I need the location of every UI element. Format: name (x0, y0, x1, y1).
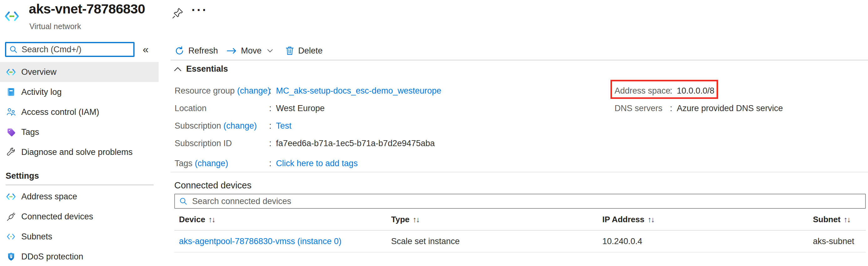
chevron-down-icon (267, 49, 273, 53)
tags-icon (6, 127, 16, 137)
sidebar-item-label: Connected devices (21, 212, 93, 221)
collapse-sidebar-button[interactable]: « (143, 43, 149, 55)
dns-servers-label: DNS servers (615, 104, 670, 113)
refresh-icon (175, 46, 184, 56)
refresh-label: Refresh (188, 46, 218, 56)
resource-group-value-link[interactable]: MC_aks-setup-docs_esc-demo_westeurope (276, 86, 441, 96)
sidebar-item-overview[interactable]: Overview (0, 62, 159, 82)
device-link[interactable]: aks-agentpool-78786830-vmss (instance 0) (179, 237, 341, 246)
tags-label: Tags (175, 159, 192, 168)
essentials-header[interactable]: Essentials (174, 64, 228, 74)
more-options-button[interactable]: ··· (191, 3, 208, 17)
address-space-highlight-annotation (611, 80, 718, 99)
subscription-id-label: Subscription ID (175, 139, 269, 148)
connected-devices-title: Connected devices (174, 180, 252, 190)
subscription-id-value: fa7eed6a-b71a-1ec5-b71a-b7d2e9475aba (276, 139, 435, 148)
sidebar-item-label: Activity log (21, 87, 62, 97)
essentials-row-subscription-id: Subscription ID : fa7eed6a-b71a-1ec5-b71… (175, 138, 435, 149)
settings-group-header: Settings (6, 169, 159, 183)
sidebar-item-label: Subnets (21, 232, 52, 242)
page-title: aks-vnet-78786830 (29, 1, 145, 17)
table-row-divider (174, 252, 866, 253)
sort-icon: ↑↓ (413, 215, 419, 224)
sidebar-menu: Overview Activity log Access control (IA… (0, 62, 159, 266)
sidebar-item-label: Address space (21, 192, 77, 202)
column-header-type[interactable]: Type ↑↓ (391, 215, 419, 225)
sidebar-item-label: DDoS protection (21, 252, 83, 262)
location-label: Location (175, 104, 269, 113)
activity-log-icon (6, 87, 16, 97)
device-subnet: aks-subnet (813, 237, 854, 246)
move-button[interactable]: Move (226, 45, 273, 57)
sort-icon: ↑↓ (208, 215, 215, 224)
access-control-icon (6, 107, 16, 117)
sidebar-item-label: Overview (21, 67, 57, 77)
settings-divider (6, 185, 154, 185)
sort-icon: ↑↓ (844, 215, 850, 224)
sidebar-item-diagnose[interactable]: Diagnose and solve problems (0, 142, 159, 162)
sidebar-item-label: Diagnose and solve problems (21, 147, 133, 157)
tags-change-link[interactable]: (change) (195, 159, 228, 168)
essentials-divider (170, 172, 868, 172)
sidebar-item-connected-devices[interactable]: Connected devices (0, 207, 159, 227)
search-icon (179, 197, 188, 206)
subscription-value-link[interactable]: Test (276, 121, 291, 131)
column-header-ip-address[interactable]: IP Address ↑↓ (602, 215, 654, 225)
location-value: West Europe (276, 104, 325, 113)
arrow-right-icon (226, 47, 237, 55)
column-header-device[interactable]: Device ↑↓ (179, 215, 215, 225)
plug-icon (6, 211, 16, 222)
essentials-row-subscription: Subscription (change) : Test (175, 120, 291, 131)
resource-group-label: Resource group (175, 86, 235, 95)
essentials-row-tags: Tags (change) : Click here to add tags (175, 158, 358, 169)
move-label: Move (241, 46, 261, 56)
delete-label: Delete (298, 46, 322, 56)
sidebar-search-input[interactable] (22, 45, 125, 55)
wrench-icon (6, 147, 16, 157)
essentials-row-location: Location : West Europe (175, 102, 325, 114)
page-subtitle: Virtual network (29, 22, 81, 31)
essentials-row-resource-group: Resource group (change) : MC_aks-setup-d… (175, 85, 441, 96)
column-header-subnet[interactable]: Subnet ↑↓ (813, 215, 850, 225)
sidebar-item-subnets[interactable]: Subnets (0, 227, 159, 246)
sort-icon: ↑↓ (647, 215, 654, 224)
chevron-up-icon (174, 67, 182, 71)
subscription-label: Subscription (175, 121, 221, 130)
dns-servers-value: Azure provided DNS service (677, 104, 783, 113)
sidebar-item-tags[interactable]: Tags (0, 122, 159, 142)
sidebar-item-activity-log[interactable]: Activity log (0, 82, 159, 102)
resource-group-change-link[interactable]: (change) (237, 86, 271, 95)
sidebar-item-ddos-protection[interactable]: DDoS protection (0, 246, 159, 266)
connected-devices-search[interactable] (174, 194, 866, 209)
essentials-title: Essentials (186, 64, 228, 74)
virtual-network-icon (6, 67, 16, 77)
subnets-icon (6, 231, 16, 242)
essentials-row-dns-servers: DNS servers : Azure provided DNS service (615, 102, 783, 114)
shield-icon (6, 251, 16, 262)
subscription-change-link[interactable]: (change) (223, 121, 257, 130)
pin-icon[interactable] (172, 7, 184, 20)
sidebar-item-access-control[interactable]: Access control (IAM) (0, 102, 159, 122)
sidebar-item-address-space[interactable]: Address space (0, 186, 159, 207)
sidebar-search[interactable] (5, 42, 134, 57)
search-icon (9, 46, 18, 54)
sidebar-item-label: Tags (21, 127, 39, 137)
tags-value-link[interactable]: Click here to add tags (276, 159, 358, 168)
toolbar-divider (170, 60, 868, 60)
table-header-divider (174, 230, 866, 231)
sidebar-item-label: Access control (IAM) (21, 107, 99, 117)
delete-button[interactable]: Delete (285, 45, 322, 57)
device-ip-address: 10.240.0.4 (602, 237, 642, 246)
virtual-network-icon (4, 11, 20, 21)
trash-icon (285, 46, 294, 55)
connected-devices-search-input[interactable] (192, 197, 380, 206)
device-type: Scale set instance (391, 237, 460, 246)
address-space-icon (6, 191, 16, 202)
refresh-button[interactable]: Refresh (175, 45, 218, 57)
